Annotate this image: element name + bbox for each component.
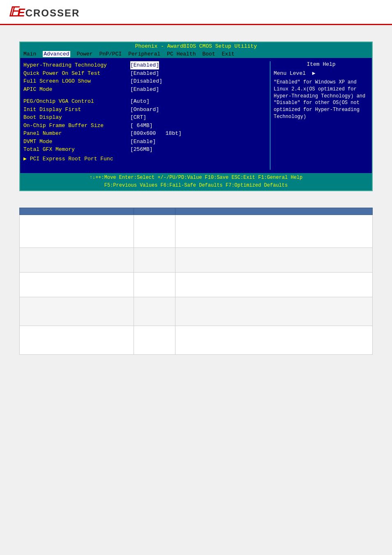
bios-footer-line1: ↑↓++:Move Enter:Select +/-/PU/PD:Value F… — [23, 174, 369, 182]
table-cell-4-3 — [175, 297, 372, 326]
logo-icon: 𝔼 — [8, 5, 17, 19]
bios-item-gfxmemory[interactable]: Total GFX Memory [256MB] — [23, 146, 267, 154]
bios-content: Hyper-Threading Technology [Enabled] Qui… — [20, 58, 372, 173]
bios-item-dvmt[interactable]: DVMT Mode [Enable] — [23, 138, 267, 146]
bios-item-quickpost-value: [Enabled] — [130, 69, 159, 78]
bios-menu-pchealth[interactable]: PC Health — [167, 51, 196, 57]
table-cell-5-1 — [20, 326, 134, 355]
bios-item-panelnumber-value: [800x600 18bt] — [130, 130, 182, 138]
table-cell-1-1 — [20, 215, 134, 248]
logo: 𝔼ECROSSER — [8, 4, 80, 20]
bios-screen: Phoenix - AwardBIOS CMOS Setup Utility M… — [19, 42, 373, 191]
bios-item-apic-value: [Enabled] — [130, 86, 159, 94]
bios-menu-pnppci[interactable]: PnP/PCI — [99, 51, 122, 57]
bios-item-logoshow-value: [Disabled] — [130, 77, 162, 86]
bios-help-panel: Item Help Menu Level ▶ "Enabled" for Win… — [270, 61, 369, 170]
page-header: 𝔼ECROSSER — [0, 0, 392, 25]
bios-help-text: "Enabled" for Windows XP and Linux 2.4.x… — [274, 79, 369, 120]
bios-item-apic-name: APIC Mode — [23, 86, 130, 94]
bios-title-bar: Phoenix - AwardBIOS CMOS Setup Utility — [20, 42, 372, 50]
bios-item-bootdisplay[interactable]: Boot Display [CRT] — [23, 113, 267, 122]
bios-item-initdisplay-value: [Onboard] — [130, 106, 159, 114]
table-cell-3-3 — [175, 273, 372, 297]
bios-footer-line2: F5:Previous Values F6:Fail-Safe Defaults… — [23, 182, 369, 190]
bios-item-logoshow[interactable]: Full Screen LOGO Show [Disabled] — [23, 77, 267, 86]
bios-item-bootdisplay-name: Boot Display — [23, 113, 130, 122]
bios-menu-power[interactable]: Power — [77, 51, 93, 57]
bios-menu-main[interactable]: Main — [23, 51, 36, 57]
table-cell-4-1 — [20, 297, 134, 326]
table-cell-2-1 — [20, 248, 134, 273]
bios-main-panel: Hyper-Threading Technology [Enabled] Qui… — [23, 61, 267, 170]
bios-menu-bar: Main Advanced Power PnP/PCI Peripheral P… — [20, 50, 372, 58]
bios-item-initdisplay[interactable]: Init Display First [Onboard] — [23, 106, 267, 114]
bios-menu-peripheral[interactable]: Peripheral — [128, 51, 160, 57]
table-cell-5-2 — [134, 326, 175, 355]
bios-help-menu-level: Menu Level ▶ — [274, 70, 369, 76]
bios-item-dvmt-name: DVMT Mode — [23, 138, 130, 146]
bios-help-title: Item Help — [274, 61, 369, 67]
bios-item-hyperthreading[interactable]: Hyper-Threading Technology [Enabled] — [23, 61, 267, 69]
table-row — [20, 326, 373, 355]
bios-menu-level-label: Menu Level — [274, 70, 306, 76]
bios-item-hyperthreading-name: Hyper-Threading Technology — [23, 61, 130, 69]
table-row — [20, 297, 373, 326]
bios-item-vgacontrol-name: PEG/Onchip VGA Control — [23, 97, 130, 106]
table-cell-2-2 — [134, 248, 175, 273]
bios-item-quickpost[interactable]: Quick Power On Self Test [Enabled] — [23, 69, 267, 78]
bios-footer: ↑↓++:Move Enter:Select +/-/PU/PD:Value F… — [20, 173, 372, 190]
table-cell-4-2 — [134, 297, 175, 326]
bios-item-initdisplay-name: Init Display First — [23, 106, 130, 114]
bios-item-apic[interactable]: APIC Mode [Enabled] — [23, 86, 267, 94]
data-table-container — [19, 208, 373, 355]
bios-submenu-pci-label: ▶ PCI Express Root Port Func — [23, 156, 113, 162]
data-table — [19, 208, 373, 355]
bios-item-vgacontrol[interactable]: PEG/Onchip VGA Control [Auto] — [23, 97, 267, 106]
bios-item-gfxmemory-name: Total GFX Memory — [23, 146, 130, 154]
table-cell-3-2 — [134, 273, 175, 297]
bios-item-hyperthreading-value: [Enabled] — [130, 61, 159, 69]
table-row — [20, 248, 373, 273]
table-header-col3 — [175, 208, 372, 215]
bios-menu-advanced[interactable]: Advanced — [43, 51, 70, 57]
bios-item-gfxmemory-value: [256MB] — [130, 146, 153, 154]
table-cell-3-1 — [20, 273, 134, 297]
table-cell-5-3 — [175, 326, 372, 355]
table-cell-1-3 — [175, 215, 372, 248]
table-cell-2-3 — [175, 248, 372, 273]
bios-menu-level-arrow: ▶ — [312, 70, 316, 76]
bios-item-vgacontrol-value: [Auto] — [130, 97, 150, 106]
bios-menu-boot[interactable]: Boot — [203, 51, 215, 57]
table-header-row — [20, 208, 373, 215]
bios-item-dvmt-value: [Enable] — [130, 138, 156, 146]
table-row — [20, 273, 373, 297]
bios-submenu-pci[interactable]: ▶ PCI Express Root Port Func — [23, 155, 267, 162]
bios-item-quickpost-name: Quick Power On Self Test — [23, 69, 130, 78]
bios-item-framebuffer-name: On-Chip Frame Buffer Size — [23, 122, 130, 130]
table-header-col2 — [134, 208, 175, 215]
bios-menu-exit[interactable]: Exit — [222, 51, 235, 57]
bios-item-framebuffer[interactable]: On-Chip Frame Buffer Size [ 64MB] — [23, 122, 267, 130]
table-row — [20, 215, 373, 248]
bios-item-logoshow-name: Full Screen LOGO Show — [23, 77, 130, 86]
bios-item-bootdisplay-value: [CRT] — [130, 113, 146, 122]
logo-rest: CROSSER — [25, 7, 80, 18]
table-cell-1-2 — [134, 215, 175, 248]
logo-text: E — [17, 6, 25, 19]
bios-item-panelnumber[interactable]: Panel Number [800x600 18bt] — [23, 130, 267, 138]
bios-item-panelnumber-name: Panel Number — [23, 130, 130, 138]
bios-item-framebuffer-value: [ 64MB] — [130, 122, 153, 130]
table-header-col1 — [20, 208, 134, 215]
bios-title: Phoenix - AwardBIOS CMOS Setup Utility — [135, 43, 257, 49]
